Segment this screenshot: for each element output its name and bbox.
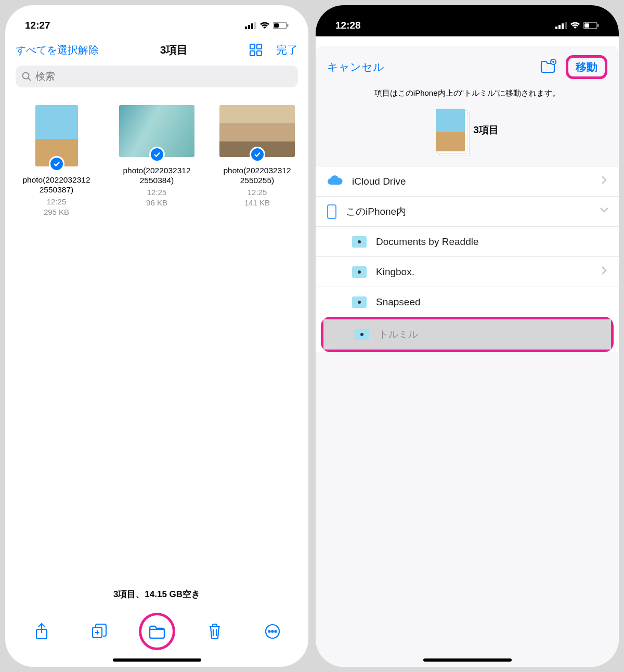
delete-button[interactable] [197,623,233,640]
svg-rect-21 [558,25,561,29]
status-bar: 12:28 [316,5,619,36]
cellular-icon [555,22,567,29]
location-label: iCloud Drive [352,176,406,187]
svg-rect-0 [245,27,247,29]
preview-count: 3項目 [473,123,499,137]
file-thumbnail [219,105,295,157]
location-label: Kingbox. [376,266,414,278]
move-sheet: キャンセル 移動 項目はこのiPhone内上の"トルミル"に移動されます。 3項… [316,46,619,667]
file-time: 12:25 [47,197,67,206]
file-size: 96 KB [146,198,167,207]
status-bar: 12:27 [5,5,308,36]
home-indicator[interactable] [423,658,512,662]
status-indicators [555,22,599,29]
files-grid: photo(2022032312 2550387) 12:25 295 KB p… [5,94,308,228]
storage-status: 3項目、14.15 GB空き [5,588,308,600]
new-folder-button[interactable] [540,59,556,75]
phone-screen-move-sheet: 12:28 キャンセル 移動 項目はこのiPhone内上の"トルミル"に移動され… [316,5,619,667]
folder-icon [355,329,369,340]
duplicate-button[interactable] [81,623,118,640]
location-sub-folder-selected[interactable]: トルミル [323,319,611,350]
location-sub-folder[interactable]: Documents by Readdle [316,226,619,256]
move-folder-button[interactable] [139,613,175,650]
svg-rect-23 [565,22,567,29]
location-list: iCloud Drive このiPhone内 Documents by Read… [316,166,619,352]
file-item[interactable]: photo(2022032312 2550255) 12:25 141 KB [212,105,302,216]
svg-line-12 [28,78,31,81]
move-hint-text: 項目はこのiPhone内上の"トルミル"に移動されます。 [316,82,619,101]
svg-rect-8 [257,44,262,49]
svg-rect-20 [555,27,557,29]
file-name: photo(2022032312 2550387) [11,175,101,195]
chevron-right-icon [601,266,607,278]
file-thumbnail [119,105,194,157]
folder-icon [352,266,367,278]
location-this-iphone[interactable]: このiPhone内 [316,196,619,226]
annotation-highlight: トルミル [321,317,614,352]
cancel-button[interactable]: キャンセル [327,60,384,74]
move-button[interactable]: 移動 [571,59,602,75]
svg-rect-9 [250,51,255,56]
chevron-down-icon [601,205,607,217]
phone-screen-files: 12:27 すべてを選択解除 3項目 完了 photo(2022032312 2… [5,5,308,667]
icloud-icon [327,175,343,188]
folder-icon [352,236,367,248]
search-icon [22,72,31,81]
iphone-icon [327,204,336,219]
svg-rect-3 [254,22,256,29]
svg-rect-1 [248,25,250,29]
wifi-icon [570,22,580,29]
cellular-icon [245,22,256,29]
svg-rect-7 [250,44,255,49]
file-size: 141 KB [244,198,270,207]
more-button[interactable] [254,624,291,639]
nav-bar: すべてを選択解除 3項目 完了 [5,36,308,62]
deselect-all-button[interactable]: すべてを選択解除 [16,43,99,57]
svg-rect-22 [562,23,564,29]
folder-icon [352,296,367,308]
battery-icon [273,22,289,29]
search-field[interactable] [16,66,298,87]
view-mode-button[interactable] [249,43,263,57]
selected-check-icon [49,156,64,172]
status-time: 12:28 [335,20,361,31]
wifi-icon [259,22,270,29]
selected-check-icon [250,147,265,162]
location-label: Snapseed [376,296,421,308]
svg-rect-10 [257,51,262,56]
svg-point-17 [268,630,270,632]
file-name: photo(2022032312 2550255) [212,165,302,186]
share-button[interactable] [23,623,60,640]
selection-preview: 3項目 [316,101,619,166]
selection-count: 3項目 [160,43,188,57]
file-size: 295 KB [44,208,69,216]
status-indicators [245,22,289,29]
file-item[interactable]: photo(2022032312 2550384) 12:25 96 KB [112,105,202,216]
svg-point-18 [271,630,273,632]
location-sub-folder[interactable]: Snapseed [316,287,619,317]
preview-thumbnail [436,109,465,151]
svg-rect-2 [251,23,253,29]
home-indicator[interactable] [113,658,201,662]
annotation-highlight: 移動 [566,55,607,79]
svg-point-19 [275,630,276,632]
location-label: Documents by Readdle [376,236,479,248]
file-name: photo(2022032312 2550384) [112,165,202,186]
file-item[interactable]: photo(2022032312 2550387) 12:25 295 KB [11,105,101,216]
done-button[interactable]: 完了 [276,43,298,57]
battery-icon [583,22,599,29]
search-input[interactable] [35,71,292,82]
sheet-nav: キャンセル 移動 [316,46,619,82]
svg-rect-25 [584,23,589,28]
file-time: 12:25 [147,188,167,197]
location-icloud[interactable]: iCloud Drive [316,166,619,196]
svg-rect-26 [597,24,599,27]
location-sub-folder[interactable]: Kingbox. [316,256,619,287]
file-thumbnail [35,105,78,166]
chevron-right-icon [601,175,607,187]
annotation-highlight [139,613,175,650]
svg-rect-6 [287,24,289,27]
status-time: 12:27 [25,20,50,31]
svg-rect-5 [274,23,279,28]
svg-point-11 [23,73,29,79]
